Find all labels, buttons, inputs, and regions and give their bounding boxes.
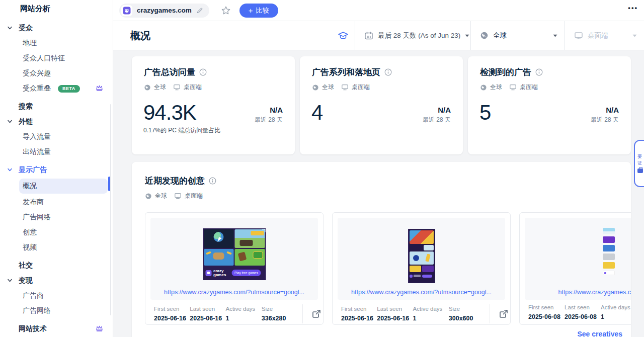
sidebar-item-label: 搜索	[19, 102, 33, 111]
ad-logo-text: crazy games	[213, 269, 229, 277]
info-icon[interactable]	[384, 68, 392, 76]
change-value: N/A	[591, 106, 619, 114]
ad-landing-url[interactable]: https://www.crazygames.com/?utmsource=go…	[152, 289, 316, 296]
compare-button[interactable]: + 比较	[239, 4, 278, 18]
sidebar-item-creatives[interactable]: 创意	[0, 225, 113, 240]
stat-label: Size	[262, 306, 301, 312]
info-icon[interactable]	[209, 177, 216, 185]
globe-icon	[480, 84, 487, 91]
sidebar-item-label: 广告网络	[23, 213, 51, 222]
ad-cta-button	[422, 275, 432, 278]
sidebar-item-referrals[interactable]: 外链	[0, 114, 113, 129]
metric-card-campaigns: 广告系列和落地页 全球 桌面端 4 N/A 最近 28 天	[300, 56, 463, 154]
ad-preview: https://www.crazygames.com/?utmsource=go…	[338, 218, 505, 300]
sidebar-item-advertisers[interactable]: 广告商	[0, 288, 113, 303]
region-selector[interactable]: 全球	[470, 21, 565, 50]
beta-badge: BETA	[58, 85, 80, 93]
change-period: 最近 28 天	[591, 116, 619, 124]
flap-text: 证	[637, 160, 642, 166]
open-creative-button[interactable]	[310, 307, 323, 320]
caret-down-icon	[553, 34, 557, 37]
desktop-icon	[173, 84, 181, 91]
sidebar-item-interests[interactable]: 受众兴趣	[0, 66, 113, 81]
desktop-icon	[174, 193, 182, 199]
feedback-side-flap[interactable]: 要 证	[634, 140, 644, 187]
sidebar-item-label: 网站技术	[19, 324, 47, 333]
sidebar-item-label: 广告网络	[23, 306, 51, 315]
metric-caption: 0.17%的 PC 端总访问量占比	[143, 126, 220, 135]
sidebar-item-label: 显示广告	[19, 165, 47, 175]
briefcase-icon	[637, 168, 643, 173]
active-item-indicator	[108, 177, 110, 191]
info-icon[interactable]	[199, 68, 207, 76]
divider	[302, 304, 303, 323]
sidebar-item-demographics[interactable]: 受众人口特征	[0, 51, 113, 66]
creative-card: https://www.crazygames.com/gam... First …	[519, 212, 631, 325]
ad-landing-url[interactable]: https://www.crazygames.com/?utmsource=go…	[340, 289, 503, 296]
more-menu-button[interactable]: •••	[626, 2, 640, 14]
stat-label: First seen	[528, 304, 565, 310]
ad-landing-url[interactable]: https://www.crazygames.com/gam...	[527, 289, 631, 296]
sidebar-item-search[interactable]: 搜索	[0, 99, 113, 114]
sidebar-item-ad-networks[interactable]: 广告网络	[0, 210, 113, 225]
sidebar-item-incoming-traffic[interactable]: 导入流量	[0, 129, 113, 144]
sidebar-item-outgoing-traffic[interactable]: 出站流量	[0, 144, 113, 159]
edit-pencil-icon[interactable]	[196, 7, 203, 14]
info-icon[interactable]	[535, 68, 543, 76]
sidebar-item-audience[interactable]: 受众	[0, 21, 113, 36]
sidebar-item-ad-networks-monetization[interactable]: 广告网络	[0, 303, 113, 318]
device-selector[interactable]: 桌面端	[565, 21, 644, 50]
stat-label: Last seen	[377, 306, 413, 312]
topbar: crazygames.com + 比较 •••	[113, 0, 644, 21]
sidebar-item-geography[interactable]: 地理	[0, 36, 113, 51]
sidebar-item-overview[interactable]: 概况	[19, 179, 108, 194]
sidebar-item-video[interactable]: 视频	[0, 240, 113, 255]
graduation-cap-icon[interactable]	[337, 30, 349, 42]
sidebar-item-label: 导入流量	[23, 132, 51, 141]
sidebar-item-label: 出站流量	[23, 147, 51, 156]
sidebar-item-social[interactable]: 社交	[0, 258, 113, 273]
stat-label: Active days	[413, 306, 449, 312]
first-seen-value: 2025-06-16	[154, 315, 190, 322]
open-creative-button[interactable]	[497, 307, 510, 320]
sidebar-item-display-ads[interactable]: 显示广告	[0, 162, 113, 178]
ad-banner-image	[603, 228, 615, 283]
stat-label: Size	[449, 306, 489, 312]
flap-text: 要	[637, 154, 642, 159]
change-period: 最近 28 天	[423, 116, 451, 124]
sidebar-item-label: 创意	[23, 228, 37, 237]
plus-icon: +	[249, 7, 253, 14]
sidebar-item-label: 受众	[19, 24, 33, 33]
desktop-icon	[341, 84, 349, 91]
sidebar-item-overlap[interactable]: 受众重叠 BETA	[0, 81, 113, 96]
metric-card-ad-visits: 广告总访问量 全球 桌面端 94.3K 0.17%的 PC 端总访问量占比 N/…	[132, 56, 295, 154]
sidebar-scrollbar[interactable]	[110, 104, 111, 315]
stat-label: Last seen	[565, 304, 601, 310]
active-days-value: 1	[226, 315, 262, 322]
sidebar-item-label: 发布商	[23, 198, 44, 207]
external-link-icon	[498, 308, 509, 319]
recent-creatives-section: 近期发现的创意 全球 桌面端	[132, 162, 631, 337]
external-link-icon	[311, 308, 322, 319]
ad-preview: crazy games Play free games https://www.…	[150, 218, 318, 300]
sidebar-item-label: 受众重叠	[23, 84, 51, 93]
sidebar-item-label: 广告商	[23, 291, 44, 300]
caret-down-icon	[632, 34, 637, 37]
see-creatives-link[interactable]: See creatives	[577, 330, 622, 337]
active-days-value: 1	[601, 313, 631, 320]
page-header: 概况 最后 28 天数 (As of Jun 23) 全球	[113, 21, 644, 50]
domain-pill[interactable]: crazygames.com	[119, 4, 209, 18]
card-device: 桌面端	[352, 83, 370, 92]
sidebar-item-publishers[interactable]: 发布商	[0, 195, 113, 210]
site-favicon	[121, 5, 132, 16]
divider	[490, 304, 490, 323]
domain-name: crazygames.com	[137, 7, 192, 14]
sidebar-item-website-tech[interactable]: 网站技术	[0, 321, 113, 336]
date-range-selector[interactable]: 最后 28 天数 (As of Jun 23)	[355, 21, 470, 50]
sidebar-item-monetization[interactable]: 变现	[0, 273, 113, 288]
ad-banner-image	[408, 229, 435, 283]
desktop-icon	[574, 32, 583, 40]
favorite-star-icon[interactable]	[220, 5, 231, 16]
metric-cards-row: 广告总访问量 全球 桌面端 94.3K 0.17%的 PC 端总访问量占比 N/…	[132, 56, 631, 154]
section-title: 近期发现的创意	[145, 175, 205, 187]
